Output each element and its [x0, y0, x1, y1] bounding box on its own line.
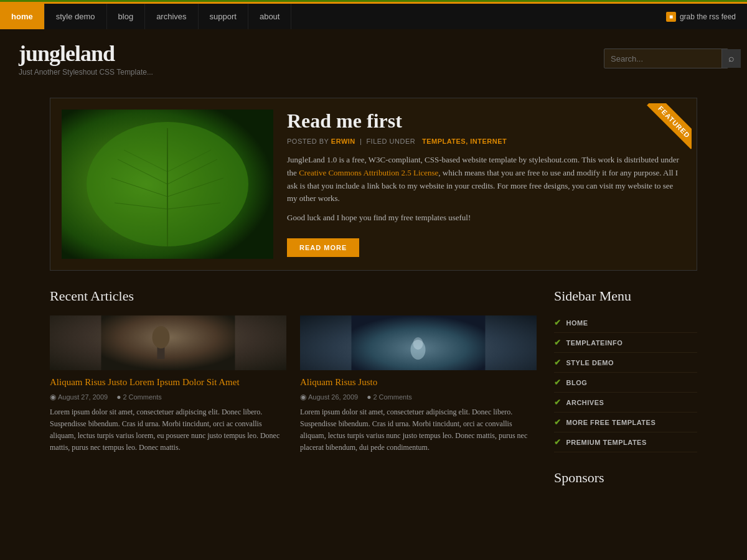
leaf-image — [62, 110, 273, 259]
sidebar-menu-item[interactable]: ✔MORE FREE TEMPLATES — [554, 413, 697, 432]
comment-icon-1: ● — [116, 393, 121, 401]
search-input[interactable] — [604, 50, 721, 67]
rss-label: grab the rss feed — [680, 12, 736, 21]
two-column-layout: Recent Articles — [50, 288, 697, 486]
drop-thumbnail — [300, 315, 537, 370]
content-wrap: Read me first POSTED BY ERWIN | FILED UN… — [44, 85, 703, 498]
sidebar-menu-item[interactable]: ✔HOME — [554, 313, 697, 333]
article-date-2: ◉ August 26, 2009 — [300, 393, 358, 401]
svg-point-13 — [153, 326, 170, 348]
sidebar-menu-item[interactable]: ✔ARCHIVES — [554, 393, 697, 413]
sidebar-menu-item[interactable]: ✔PREMIUM TEMPLATES — [554, 432, 697, 452]
article-card-2: Aliquam Risus Justo ◉ August 26, 2009 ● … — [300, 315, 537, 454]
featured-body3: Good luck and I hope you find my free te… — [287, 212, 685, 225]
site-header: jungleland Just Another Styleshout CSS T… — [0, 29, 747, 85]
clock-icon-1: ◉ — [50, 393, 56, 401]
featured-title: Read me first — [287, 110, 685, 133]
comment-icon-2: ● — [367, 393, 371, 401]
sidebar-menu-label: PREMIUM TEMPLATES — [566, 439, 647, 446]
featured-image — [62, 110, 273, 259]
sidebar-menu-label: STYLE DEMO — [566, 359, 614, 366]
rss-link[interactable]: ■ grab the rss feed — [655, 4, 747, 29]
ribbon-label: FEATURED — [647, 103, 692, 149]
drop-svg — [300, 315, 537, 370]
sidebar-menu-item[interactable]: ✔BLOG — [554, 373, 697, 393]
check-icon: ✔ — [554, 338, 561, 347]
recent-articles-title: Recent Articles — [50, 288, 537, 304]
check-icon: ✔ — [554, 378, 561, 387]
sidebar-menu-label: ARCHIVES — [566, 399, 604, 406]
sidebar-menu-label: MORE FREE TEMPLATES — [566, 419, 656, 426]
clock-icon-2: ◉ — [300, 393, 306, 401]
article-thumb-1 — [50, 315, 286, 370]
article-body-1: Lorem ipsum dolor sit amet, consectetuer… — [50, 406, 286, 454]
sidebar-menu-item[interactable]: ✔STYLE DEMO — [554, 353, 697, 373]
check-icon: ✔ — [554, 418, 561, 427]
article-date-1: ◉ August 27, 2009 — [50, 393, 108, 401]
rss-icon: ■ — [666, 12, 676, 22]
featured-content: Read me first POSTED BY ERWIN | FILED UN… — [287, 110, 685, 259]
nav-support[interactable]: support — [199, 4, 248, 29]
leaf-svg — [62, 110, 273, 259]
category-links[interactable]: TEMPLATES, INTERNET — [422, 138, 507, 145]
main-column: Recent Articles — [50, 288, 537, 486]
search-box: ⌕ — [604, 49, 728, 68]
sponsors-title: Sponsors — [554, 470, 697, 486]
svg-point-16 — [413, 337, 423, 350]
read-more-button[interactable]: READ MORE — [287, 238, 359, 257]
check-icon: ✔ — [554, 437, 561, 447]
nav-home[interactable]: home — [0, 4, 45, 29]
sidebar-menu-label: BLOG — [566, 379, 588, 386]
article-title-1[interactable]: Aliquam Risus Justo Lorem Ipsum Dolor Si… — [50, 376, 286, 389]
article-body-2: Lorem ipsum dolor sit amet, consectetuer… — [300, 406, 537, 454]
cc-license-link[interactable]: Creative Commons Attribution 2.5 License — [299, 168, 438, 177]
nav-blog[interactable]: blog — [107, 4, 146, 29]
article-comments-2: ● 2 Comments — [367, 393, 412, 401]
featured-body: JungleLand 1.0 is a free, W3C-compliant,… — [287, 154, 685, 225]
article-meta-2: ◉ August 26, 2009 ● 2 Comments — [300, 393, 537, 401]
top-navigation: home style demo blog archives support ab… — [0, 2, 747, 29]
article-thumb-2 — [300, 315, 537, 370]
articles-grid: Aliquam Risus Justo Lorem Ipsum Dolor Si… — [50, 315, 537, 454]
bird-svg — [50, 315, 286, 370]
search-button[interactable]: ⌕ — [721, 49, 741, 68]
bird-thumbnail — [50, 315, 286, 370]
article-comments-1: ● 2 Comments — [116, 393, 162, 401]
posted-by-label: POSTED BY — [287, 138, 329, 145]
sidebar-menu-title: Sidebar Menu — [554, 288, 697, 304]
filed-under-label: FILED UNDER — [366, 138, 415, 145]
site-tagline: Just Another Styleshout CSS Template... — [19, 68, 153, 77]
article-meta-1: ◉ August 27, 2009 ● 2 Comments — [50, 393, 286, 401]
featured-post: Read me first POSTED BY ERWIN | FILED UN… — [50, 98, 697, 271]
nav-archives[interactable]: archives — [145, 4, 198, 29]
sidebar-menu-item[interactable]: ✔TEMPLATEINFO — [554, 333, 697, 353]
sidebar-menu-label: TEMPLATEINFO — [566, 339, 623, 347]
site-branding: jungleland Just Another Styleshout CSS T… — [19, 40, 153, 77]
author-link[interactable]: ERWIN — [331, 138, 355, 145]
check-icon: ✔ — [554, 358, 561, 367]
featured-ribbon: FEATURED — [636, 103, 692, 159]
sidebar-menu-label: HOME — [566, 319, 588, 327]
sidebar-menu: ✔HOME✔TEMPLATEINFO✔STYLE DEMO✔BLOG✔ARCHI… — [554, 313, 697, 452]
check-icon: ✔ — [554, 398, 561, 407]
nav-links: home style demo blog archives support ab… — [0, 4, 655, 29]
check-icon: ✔ — [554, 318, 561, 327]
site-title: jungleland — [19, 40, 153, 67]
article-title-2[interactable]: Aliquam Risus Justo — [300, 376, 537, 389]
article-card-1: Aliquam Risus Justo Lorem Ipsum Dolor Si… — [50, 315, 286, 454]
sidebar-column: Sidebar Menu ✔HOME✔TEMPLATEINFO✔STYLE DE… — [554, 288, 697, 486]
nav-about[interactable]: about — [248, 4, 292, 29]
nav-style-demo[interactable]: style demo — [45, 4, 107, 29]
featured-meta: POSTED BY ERWIN | FILED UNDER TEMPLATES,… — [287, 138, 685, 145]
